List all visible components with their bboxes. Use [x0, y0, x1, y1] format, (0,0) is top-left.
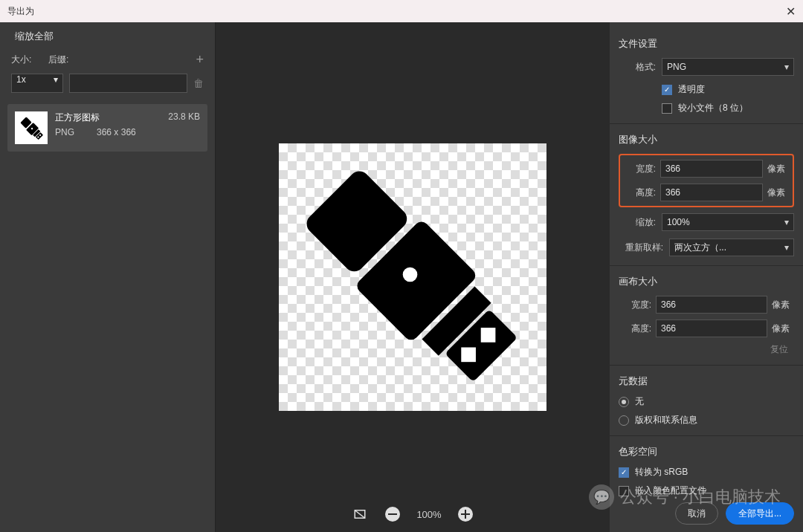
- resample-select[interactable]: 两次立方（...: [669, 239, 794, 256]
- format-label: 格式:: [619, 61, 656, 74]
- right-panel: 文件设置 格式: PNG ✓ 透明度 较小文件（8 位） 图像大小 宽度: 36…: [610, 22, 803, 532]
- image-size-header: 图像大小: [619, 133, 794, 146]
- asset-card[interactable]: 正方形图标 PNG 366 x 366 23.8 KB: [7, 104, 207, 152]
- resample-label: 重新取样:: [619, 242, 663, 253]
- smaller-file-checkbox[interactable]: [662, 103, 672, 114]
- canvas-height-input[interactable]: 366: [656, 319, 767, 337]
- convert-srgb-label: 转换为 sRGB: [635, 466, 688, 479]
- size-label: 大小:: [11, 53, 41, 66]
- width-input[interactable]: 366: [660, 160, 763, 178]
- width-label: 宽度:: [623, 163, 656, 175]
- canvas-width-input[interactable]: 366: [656, 296, 767, 314]
- footer-buttons: 取消 全部导出...: [675, 502, 794, 525]
- asset-format: PNG: [55, 127, 74, 137]
- svg-rect-16: [388, 513, 397, 515]
- reset-button[interactable]: 复位: [619, 343, 794, 356]
- scale-select[interactable]: 100%: [662, 213, 794, 231]
- file-settings-header: 文件设置: [619, 37, 794, 51]
- metadata-header: 元数据: [619, 374, 794, 388]
- metadata-none-label: 无: [635, 395, 644, 408]
- asset-filesize: 23.8 KB: [168, 111, 200, 122]
- metadata-copyright-radio[interactable]: [619, 415, 629, 426]
- pixel-unit: 像素: [767, 163, 790, 175]
- trash-icon[interactable]: 🗑: [193, 77, 204, 89]
- suffix-label: 后缀:: [48, 53, 188, 66]
- suffix-input[interactable]: [69, 74, 187, 93]
- smaller-file-label: 较小文件（8 位）: [678, 102, 748, 114]
- zoom-out-icon[interactable]: [384, 505, 402, 523]
- pixel-unit: 像素: [767, 186, 790, 199]
- svg-rect-6: [39, 134, 41, 136]
- canvas-height-label: 高度:: [619, 322, 651, 335]
- asset-thumbnail: [15, 111, 48, 144]
- zoom-controls: 100%: [351, 505, 474, 523]
- embed-profile-checkbox[interactable]: [619, 486, 629, 496]
- colorspace-header: 色彩空间: [619, 445, 794, 458]
- transparency-label: 透明度: [678, 83, 705, 96]
- add-scale-icon[interactable]: +: [196, 52, 204, 68]
- preview-frame: [279, 143, 546, 411]
- export-all-button[interactable]: 全部导出...: [726, 502, 794, 525]
- titlebar: 导出为 ✕: [0, 0, 803, 22]
- asset-name: 正方形图标: [55, 111, 161, 124]
- asset-dimensions: 366 x 366: [97, 127, 136, 137]
- metadata-copyright-label: 版权和联系信息: [635, 414, 697, 426]
- svg-rect-19: [465, 510, 466, 519]
- svg-rect-12: [461, 347, 476, 362]
- aspect-ratio-icon[interactable]: [351, 505, 369, 523]
- image-size-highlight: 宽度: 366 像素 高度: 366 像素: [619, 154, 794, 207]
- metadata-none-radio[interactable]: [619, 397, 629, 407]
- svg-rect-5: [37, 137, 39, 138]
- height-input[interactable]: 366: [660, 184, 763, 201]
- transparency-checkbox[interactable]: ✓: [662, 85, 672, 95]
- canvas-width-label: 宽度:: [619, 299, 651, 311]
- scale-multiplier-select[interactable]: 1x: [11, 74, 63, 93]
- cancel-button[interactable]: 取消: [675, 502, 718, 525]
- convert-srgb-checkbox[interactable]: ✓: [619, 467, 629, 478]
- zoom-percent: 100%: [416, 509, 441, 520]
- scale-all-label: 缩放全部: [7, 30, 207, 43]
- zoom-in-icon[interactable]: [457, 505, 474, 523]
- preview-image: [279, 143, 546, 411]
- format-select[interactable]: PNG: [662, 58, 794, 76]
- embed-profile-label: 嵌入颜色配置文件: [635, 484, 706, 497]
- svg-rect-13: [481, 328, 496, 343]
- scale-label: 缩放:: [619, 216, 656, 229]
- height-label: 高度:: [623, 186, 656, 199]
- dialog-title: 导出为: [7, 5, 34, 18]
- left-panel: 缩放全部 大小: 后缀: + 1x 🗑: [0, 22, 216, 532]
- canvas-size-header: 画布大小: [619, 275, 794, 288]
- preview-panel: 100%: [216, 22, 610, 532]
- close-icon[interactable]: ✕: [786, 4, 796, 19]
